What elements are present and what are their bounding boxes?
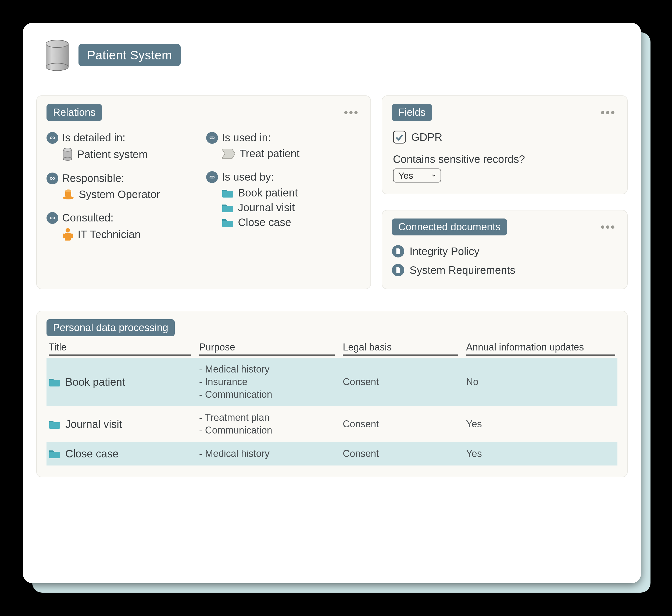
svg-point-4 — [63, 157, 72, 160]
fields-menu-button[interactable]: ••• — [601, 110, 617, 115]
relation-label: Is used in: — [222, 132, 271, 144]
link-icon — [206, 132, 218, 144]
link-icon — [47, 212, 58, 224]
relation-value: IT Technician — [78, 228, 141, 241]
relation-item[interactable]: Treat patient — [206, 148, 360, 160]
relation-value: Journal visit — [238, 202, 295, 214]
svg-rect-11 — [63, 234, 65, 238]
relation-item[interactable]: Close case — [206, 216, 360, 228]
relation-value: System Operator — [79, 188, 160, 200]
svg-point-5 — [63, 148, 72, 151]
row-annual: No — [466, 376, 615, 388]
sensitive-records-question: Contains sensitive records? — [393, 153, 617, 165]
page-header: Patient System — [36, 39, 628, 71]
relation-group: Is used by: Book patient J — [206, 171, 360, 228]
folder-icon — [222, 188, 234, 198]
relation-group: Is detailed in: Patient system — [47, 132, 201, 161]
relation-item[interactable]: System Operator — [47, 188, 201, 200]
relation-label: Is used by: — [222, 171, 274, 183]
table-row[interactable]: Close case - Medical history Consent Yes — [47, 442, 617, 465]
col-head-purpose: Purpose — [199, 342, 335, 356]
svg-point-8 — [65, 189, 71, 192]
relation-value: Treat patient — [240, 148, 299, 160]
col-head-legal-basis: Legal basis — [343, 342, 458, 356]
svg-rect-12 — [71, 234, 73, 238]
relation-group: Responsible: System Operator — [47, 172, 201, 200]
row-title: Close case — [65, 448, 119, 460]
gdpr-label: GDPR — [411, 131, 442, 143]
row-purpose: - Medical history- Insurance- Communicat… — [199, 363, 335, 401]
relation-value: Patient system — [77, 148, 148, 160]
connected-documents-panel: Connected documents ••• Integrity Policy… — [382, 210, 628, 289]
row-legal-basis: Consent — [343, 448, 458, 459]
row-annual: Yes — [466, 448, 615, 459]
relations-left-col: Is detailed in: Patient system — [47, 132, 201, 244]
col-head-title: Title — [49, 342, 191, 356]
svg-point-2 — [46, 40, 68, 48]
relation-item[interactable]: Patient system — [47, 148, 201, 161]
main-card: Patient System Relations ••• Is detailed… — [23, 23, 641, 583]
connected-documents-menu-button[interactable]: ••• — [601, 224, 617, 230]
cylinder-small-icon — [62, 148, 73, 161]
folder-icon — [222, 218, 234, 227]
fields-title: Fields — [392, 104, 432, 121]
row-title: Book patient — [65, 376, 125, 388]
relation-item[interactable]: IT Technician — [47, 228, 201, 241]
arrow-tag-icon — [222, 149, 235, 159]
folder-icon — [49, 377, 60, 387]
relation-item[interactable]: Journal visit — [206, 202, 360, 214]
svg-marker-13 — [222, 149, 235, 159]
row-purpose: - Medical history — [199, 447, 335, 460]
relation-group: Is used in: Treat patient — [206, 132, 360, 160]
chevron-down-icon — [431, 173, 437, 178]
pdp-header-row: Title Purpose Legal basis Annual informa… — [47, 342, 617, 358]
svg-point-1 — [46, 63, 68, 71]
document-label: System Requirements — [410, 264, 515, 276]
person-icon — [62, 228, 73, 241]
folder-icon — [49, 419, 60, 429]
personal-data-processing-title: Personal data processing — [47, 319, 175, 336]
relation-group: Consulted: IT Techni — [47, 212, 201, 241]
fields-panel: Fields ••• GDPR Contains sensitive recor… — [382, 95, 628, 194]
relation-item[interactable]: Book patient — [206, 187, 360, 199]
relations-menu-button[interactable]: ••• — [344, 110, 361, 115]
folder-icon — [222, 203, 234, 213]
row-legal-basis: Consent — [343, 418, 458, 430]
role-hat-icon — [62, 188, 74, 200]
relation-label: Is detailed in: — [62, 132, 126, 144]
relation-value: Close case — [238, 216, 291, 228]
svg-point-9 — [66, 228, 70, 232]
content-grid: Relations ••• Is detailed in: — [36, 95, 628, 289]
connected-documents-title: Connected documents — [392, 219, 507, 235]
col-head-annual: Annual information updates — [466, 342, 615, 356]
document-icon — [392, 245, 404, 257]
page-title: Patient System — [78, 44, 181, 66]
gdpr-checkbox[interactable] — [393, 131, 406, 144]
select-value: Yes — [398, 170, 413, 181]
row-purpose: - Treatment plan- Communication — [199, 411, 335, 437]
relation-label: Responsible: — [62, 172, 124, 184]
relation-label: Consulted: — [62, 212, 113, 224]
document-item[interactable]: System Requirements — [392, 264, 617, 276]
relation-value: Book patient — [238, 187, 298, 199]
table-row[interactable]: Book patient - Medical history- Insuranc… — [47, 358, 617, 406]
row-annual: Yes — [466, 418, 615, 430]
relations-right-col: Is used in: Treat patient — [206, 132, 360, 244]
table-row[interactable]: Journal visit - Treatment plan- Communic… — [47, 406, 617, 442]
row-title: Journal visit — [65, 418, 122, 430]
document-icon — [392, 264, 404, 276]
document-label: Integrity Policy — [410, 245, 480, 257]
link-icon — [47, 132, 58, 144]
link-icon — [206, 171, 218, 183]
document-item[interactable]: Integrity Policy — [392, 245, 617, 257]
personal-data-processing-panel: Personal data processing Title Purpose L… — [36, 311, 628, 477]
sensitive-records-select[interactable]: Yes — [393, 169, 441, 182]
folder-icon — [49, 449, 60, 459]
database-cylinder-icon — [44, 39, 70, 71]
link-icon — [47, 173, 58, 184]
relations-title: Relations — [47, 104, 102, 121]
svg-rect-10 — [65, 233, 71, 241]
relations-panel: Relations ••• Is detailed in: — [36, 95, 371, 289]
row-legal-basis: Consent — [343, 376, 458, 388]
